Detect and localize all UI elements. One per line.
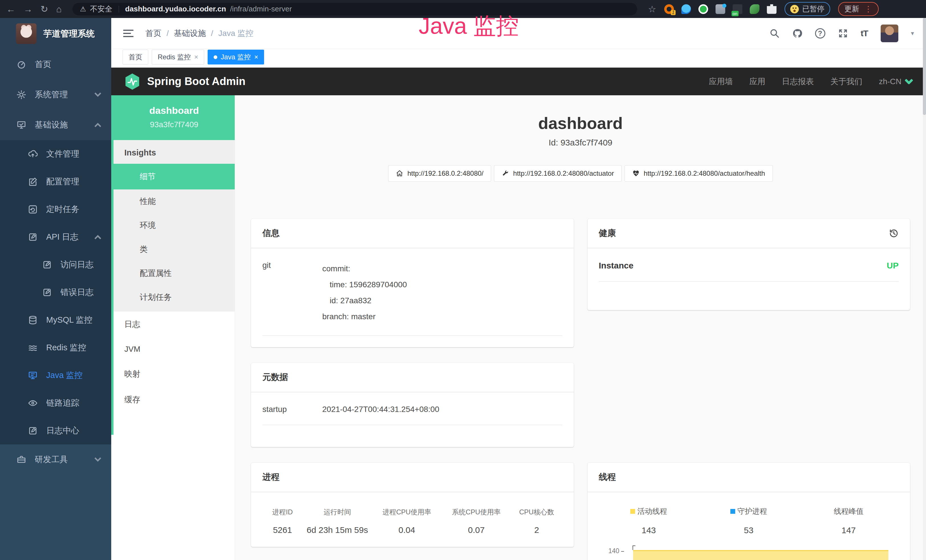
page-scrollbar[interactable] [923, 18, 926, 560]
legend-peak-threads: 线程峰值 [799, 506, 899, 516]
metadata-card-header: 元数据 [251, 363, 574, 392]
management-url: http://192.168.0.2:48080/actuator [513, 170, 614, 177]
breadcrumb-infra[interactable]: 基础设施 [174, 28, 206, 39]
spring-boot-admin-title[interactable]: Spring Boot Admin [147, 75, 245, 88]
topbar-actions: ? tT ▾ [769, 24, 914, 42]
font-size-icon[interactable]: tT [861, 29, 868, 38]
browser-back-icon[interactable]: ← [6, 5, 15, 14]
sidebar-item-label: Redis 监控 [46, 342, 86, 353]
tags-view-bar: 首页 Redis 监控 × Java 监控 × [111, 48, 926, 68]
extension-pin-icon[interactable] [681, 4, 691, 14]
sidebar-item-label: Java 监控 [46, 370, 82, 381]
wrench-icon [502, 170, 509, 177]
sidebar-item-label: 研发工具 [35, 454, 68, 465]
process-card-title: 进程 [262, 471, 280, 483]
sba-nav-applications[interactable]: 应用 [749, 76, 766, 87]
user-avatar[interactable] [881, 24, 898, 42]
sidebar-item-java[interactable]: Java 监控 [0, 362, 111, 389]
browser-forward-icon[interactable]: → [23, 5, 33, 14]
metadata-card-body: startup 2021-04-27T00:44:31.254+08:00 [251, 392, 574, 436]
browser-reload-icon[interactable]: ↻ [41, 5, 48, 14]
extension-green-circle-icon[interactable] [698, 4, 708, 14]
browser-home-icon[interactable]: ⌂ [56, 5, 62, 14]
sidebar-item-apilog[interactable]: API 日志 [0, 223, 111, 251]
browser-menu-icon[interactable]: ⋮ [864, 4, 872, 14]
sba-nav-wallboard[interactable]: 应用墙 [709, 76, 733, 87]
info-key: git [262, 261, 322, 325]
extension-leaf-icon[interactable] [750, 4, 760, 14]
sidebar-item-logfile[interactable]: 日志 [113, 312, 235, 337]
management-url-button[interactable]: http://192.168.0.2:48080/actuator [494, 165, 622, 182]
peak-threads-value: 147 [799, 525, 899, 535]
tab-home[interactable]: 首页 [123, 50, 148, 65]
insights-item-environment[interactable]: 环境 [113, 213, 235, 238]
sidebar-item-devtools[interactable]: 研发工具 [0, 445, 111, 475]
extension-proxy-icon[interactable]: 1 [664, 4, 674, 14]
sidebar-item-job[interactable]: 定时任务 [0, 195, 111, 223]
close-tab-icon[interactable]: × [254, 53, 258, 61]
sidebar-item-label: API 日志 [46, 232, 79, 243]
paused-extension-badge[interactable]: 已暂停 [785, 2, 830, 16]
sba-locale-select[interactable]: zh-CN [879, 77, 913, 86]
instance-header[interactable]: dashboard 93a3fc7f7409 [113, 95, 235, 140]
blue-swatch-icon [730, 509, 735, 514]
collapse-menu-icon[interactable] [123, 30, 133, 37]
process-val-cpu: 0.04 [372, 525, 442, 535]
tab-redis-monitor[interactable]: Redis 监控 × [152, 50, 204, 65]
breadcrumb-home[interactable]: 首页 [145, 28, 162, 39]
health-url-button[interactable]: http://192.168.0.2:48080/actuator/health [625, 165, 773, 182]
brand-logo [16, 23, 36, 44]
spring-boot-admin-navbar: Spring Boot Admin 应用墙 应用 日志报表 关于我们 zh-CN [111, 68, 926, 95]
sidebar-item-file[interactable]: 文件管理 [0, 140, 111, 168]
sidebar-item-redis[interactable]: Redis 监控 [0, 334, 111, 362]
extension-list-icon[interactable]: on [732, 4, 742, 14]
sidebar-item-jvm[interactable]: JVM [113, 337, 235, 361]
sidebar-item-label: 文件管理 [46, 148, 79, 160]
insights-item-metrics[interactable]: 性能 [113, 189, 235, 213]
extension-puzzle-icon[interactable] [767, 4, 776, 14]
search-icon[interactable] [769, 28, 780, 38]
fullscreen-icon[interactable] [838, 28, 848, 38]
tab-label: Java 监控 [221, 53, 251, 62]
inner-scrollbar[interactable] [111, 95, 113, 435]
insights-item-details[interactable]: 细节 [113, 164, 235, 189]
extension-grid-icon[interactable] [716, 4, 725, 14]
scrollbar-thumb[interactable] [923, 18, 926, 115]
sidebar-item-config[interactable]: 配置管理 [0, 168, 111, 195]
instance-name: dashboard [117, 105, 232, 116]
insights-item-scheduledtasks[interactable]: 计划任务 [113, 285, 235, 309]
breadcrumb: 首页 / 基础设施 / Java 监控 [145, 28, 254, 39]
sidebar-item-mappings[interactable]: 映射 [113, 361, 235, 387]
sidebar-item-logcenter[interactable]: 日志中心 [0, 417, 111, 445]
help-icon[interactable]: ? [815, 28, 825, 38]
address-bar[interactable]: ⚠ 不安全 dashboard.yudao.iocoder.cn/infra/a… [73, 3, 637, 15]
chrome-update-button[interactable]: 更新 ⋮ [838, 2, 879, 16]
app-brand[interactable]: 芋道管理系统 [0, 18, 111, 49]
insights-item-classes[interactable]: 类 [113, 238, 235, 261]
sidebar-item-errorlog[interactable]: 错误日志 [0, 278, 111, 306]
app-sidebar: 芋道管理系统 首页 系统管理 基础设施 [0, 18, 111, 560]
github-icon[interactable] [792, 28, 802, 38]
sidebar-item-caches[interactable]: 缓存 [113, 387, 235, 413]
sidebar-item-system[interactable]: 系统管理 [0, 80, 111, 110]
sidebar-item-accesslog[interactable]: 访问日志 [0, 251, 111, 278]
tab-java-monitor[interactable]: Java 监控 × [207, 50, 264, 65]
sba-nav-journal[interactable]: 日志报表 [782, 76, 814, 87]
sidebar-item-infra[interactable]: 基础设施 [0, 110, 111, 140]
instance-id-line: Id: 93a3fc7f7409 [251, 138, 910, 147]
process-col-pid: 进程ID [262, 507, 303, 517]
sidebar-item-mysql[interactable]: MySQL 监控 [0, 306, 111, 334]
bookmark-star-icon[interactable]: ☆ [648, 5, 656, 14]
tab-label: 首页 [129, 53, 142, 62]
avatar-caret-icon[interactable]: ▾ [911, 30, 914, 37]
y-tick-140: 140 [604, 547, 624, 555]
close-tab-icon[interactable]: × [194, 53, 198, 61]
git-time-line: time: 1596289704000 [322, 277, 407, 293]
sidebar-item-home[interactable]: 首页 [0, 49, 111, 80]
history-icon[interactable] [889, 229, 899, 238]
sidebar-item-trace[interactable]: 链路追踪 [0, 389, 111, 417]
service-url-button[interactable]: http://192.168.0.2:48080/ [388, 165, 491, 182]
health-card-title: 健康 [599, 227, 616, 239]
insights-item-configprops[interactable]: 配置属性 [113, 261, 235, 285]
sba-nav-about[interactable]: 关于我们 [831, 76, 862, 87]
